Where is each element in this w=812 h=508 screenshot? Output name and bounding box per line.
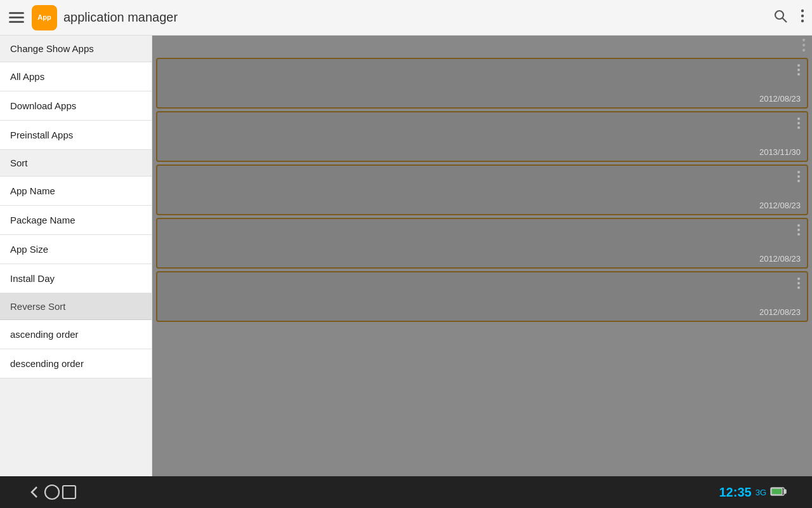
app-row: 2012/08/23 bbox=[156, 164, 808, 215]
app-row: 2012/08/23 bbox=[156, 271, 808, 322]
svg-point-14 bbox=[797, 171, 800, 173]
top-bar: App application manager bbox=[0, 0, 812, 36]
bottom-bar: 12:35 3G bbox=[0, 476, 812, 508]
app-row: 2012/08/23 bbox=[156, 218, 808, 269]
back-button[interactable] bbox=[25, 483, 43, 501]
svg-point-4 bbox=[801, 19, 804, 22]
recents-button[interactable] bbox=[61, 484, 77, 500]
status-right: 12:35 3G bbox=[719, 485, 787, 500]
svg-point-15 bbox=[797, 175, 800, 178]
svg-rect-27 bbox=[771, 488, 782, 495]
main-layout: Change Show Apps All Apps Download Apps … bbox=[0, 36, 812, 476]
app-row-date: 2012/08/23 bbox=[759, 201, 801, 210]
svg-point-9 bbox=[797, 69, 800, 71]
svg-point-18 bbox=[797, 229, 800, 231]
svg-point-8 bbox=[797, 64, 800, 67]
app-row-menu-icon[interactable] bbox=[797, 117, 801, 132]
app-logo: App bbox=[32, 5, 57, 30]
svg-point-6 bbox=[802, 44, 805, 46]
app-row-date: 2012/08/23 bbox=[759, 254, 801, 264]
signal-icon: 3G bbox=[756, 488, 766, 497]
app-row-menu-icon[interactable] bbox=[797, 224, 801, 239]
app-row-menu-icon[interactable] bbox=[797, 277, 801, 292]
svg-point-16 bbox=[797, 180, 800, 182]
svg-line-1 bbox=[783, 18, 787, 22]
time-display: 12:35 bbox=[719, 485, 752, 500]
battery-icon bbox=[770, 486, 787, 499]
sidebar-item-preinstall-apps[interactable]: Preinstall Apps bbox=[0, 121, 152, 150]
svg-point-21 bbox=[797, 282, 800, 284]
sidebar-item-ascending-order[interactable]: ascending order bbox=[0, 320, 152, 349]
content-more-icon[interactable] bbox=[802, 38, 806, 55]
app-logo-text: App bbox=[37, 13, 51, 21]
svg-point-12 bbox=[797, 122, 800, 124]
sidebar: Change Show Apps All Apps Download Apps … bbox=[0, 36, 152, 476]
app-row: 2012/08/23 bbox=[156, 58, 808, 109]
svg-point-19 bbox=[797, 233, 800, 236]
svg-point-22 bbox=[797, 286, 800, 289]
svg-rect-24 bbox=[63, 486, 75, 498]
svg-point-3 bbox=[801, 14, 804, 17]
svg-point-11 bbox=[797, 117, 800, 120]
svg-point-0 bbox=[775, 11, 783, 19]
app-row-date: 2013/11/30 bbox=[759, 147, 801, 157]
app-row-menu-icon[interactable] bbox=[797, 64, 801, 79]
app-title: application manager bbox=[63, 10, 773, 25]
svg-point-17 bbox=[797, 224, 800, 227]
search-icon[interactable] bbox=[773, 8, 788, 27]
svg-point-20 bbox=[797, 277, 800, 280]
sidebar-item-all-apps[interactable]: All Apps bbox=[0, 62, 152, 91]
app-row-date: 2012/08/23 bbox=[759, 94, 801, 104]
more-options-icon[interactable] bbox=[801, 8, 804, 27]
sidebar-item-app-size[interactable]: App Size bbox=[0, 235, 152, 264]
section-reverse-sort: Reverse Sort bbox=[0, 293, 152, 320]
sidebar-item-install-day[interactable]: Install Day bbox=[0, 264, 152, 293]
content-area: 2012/08/23 2013/11/30 2012/08/23 bbox=[152, 36, 812, 476]
top-bar-actions bbox=[773, 8, 804, 27]
sidebar-item-app-name[interactable]: App Name bbox=[0, 177, 152, 206]
hamburger-icon[interactable] bbox=[8, 9, 25, 27]
app-row-date: 2012/08/23 bbox=[759, 307, 801, 317]
app-row-menu-icon[interactable] bbox=[797, 171, 801, 185]
svg-point-13 bbox=[797, 126, 800, 129]
svg-rect-26 bbox=[784, 490, 786, 493]
section-change-show-apps: Change Show Apps bbox=[0, 36, 152, 62]
sidebar-item-download-apps[interactable]: Download Apps bbox=[0, 91, 152, 121]
svg-point-23 bbox=[45, 485, 59, 499]
svg-point-5 bbox=[802, 39, 805, 41]
svg-point-2 bbox=[801, 9, 804, 11]
sidebar-item-descending-order[interactable]: descending order bbox=[0, 349, 152, 378]
home-button[interactable] bbox=[43, 483, 61, 501]
svg-point-7 bbox=[802, 49, 805, 51]
svg-point-10 bbox=[797, 73, 800, 76]
sidebar-item-package-name[interactable]: Package Name bbox=[0, 206, 152, 235]
app-row: 2013/11/30 bbox=[156, 111, 808, 162]
section-sort: Sort bbox=[0, 150, 152, 177]
